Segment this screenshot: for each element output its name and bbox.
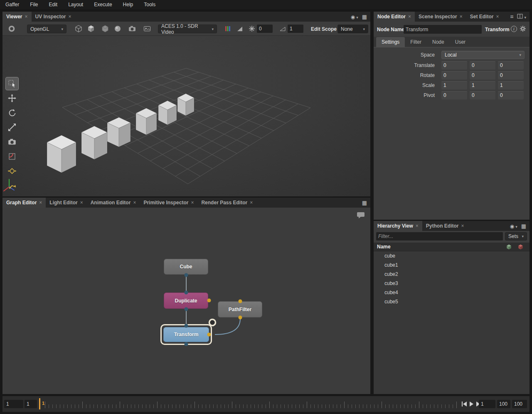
menu-file[interactable]: File xyxy=(25,0,43,9)
camera-icon[interactable] xyxy=(127,24,137,34)
skip-to-start-icon[interactable] xyxy=(462,401,467,408)
image-icon[interactable] xyxy=(142,24,152,34)
layout-menu-icon[interactable] xyxy=(362,14,367,20)
scale-y-field[interactable] xyxy=(470,81,495,89)
close-icon[interactable] xyxy=(496,14,499,20)
menu-layout[interactable]: Layout xyxy=(63,0,89,9)
close-icon[interactable] xyxy=(461,223,464,229)
bookmarks-icon[interactable] xyxy=(510,13,513,20)
wireframe-cube-icon[interactable] xyxy=(74,24,84,34)
translate-y-field[interactable] xyxy=(470,61,495,69)
layout-menu-icon[interactable] xyxy=(362,200,367,206)
play-icon[interactable] xyxy=(469,401,474,408)
edit-scope-dropdown[interactable]: None xyxy=(337,25,368,33)
menu-help[interactable]: Help xyxy=(118,0,139,9)
rotate-tool[interactable] xyxy=(6,107,18,119)
renderer-dropdown[interactable]: OpenGL xyxy=(27,25,66,33)
viewport-3d[interactable] xyxy=(2,36,370,196)
subtab-filter[interactable]: Filter xyxy=(405,37,427,47)
pan-icon[interactable] xyxy=(7,24,17,34)
end-frame-field[interactable] xyxy=(512,400,527,408)
pivot-y-field[interactable] xyxy=(470,91,495,99)
annotation-icon[interactable] xyxy=(357,212,365,221)
menu-edit[interactable]: Edit xyxy=(43,0,63,9)
close-icon[interactable] xyxy=(460,14,463,20)
pivot-z-field[interactable] xyxy=(498,91,524,99)
rotate-x-field[interactable] xyxy=(441,71,467,79)
subtab-user[interactable]: User xyxy=(450,37,471,47)
clipping-icon[interactable] xyxy=(247,24,257,34)
name-column-header[interactable]: Name xyxy=(374,244,391,250)
tab-node-editor[interactable]: Node Editor xyxy=(374,12,415,22)
crop-window-tool[interactable] xyxy=(6,150,18,163)
camera-tool[interactable] xyxy=(6,136,18,148)
close-icon[interactable] xyxy=(191,200,194,206)
tab-viewer[interactable]: Viewer xyxy=(2,12,32,22)
list-item-cube1[interactable]: cube1 xyxy=(374,260,530,270)
tab-hierarchy-view[interactable]: Hierarchy View xyxy=(374,221,422,231)
menu-gaffer[interactable]: Gaffer xyxy=(0,0,25,9)
close-icon[interactable] xyxy=(133,200,136,206)
tab-uv-inspector[interactable]: UV Inspector xyxy=(32,12,75,22)
expansion-cube-icon[interactable] xyxy=(100,24,110,34)
close-icon[interactable] xyxy=(408,14,411,20)
close-icon[interactable] xyxy=(80,200,83,206)
subtab-settings[interactable]: Settings xyxy=(376,37,405,47)
display-transform-dropdown[interactable]: ACES 1.0 - SDR Video xyxy=(158,25,217,33)
subtab-node[interactable]: Node xyxy=(427,37,450,47)
sets-dropdown[interactable]: Sets xyxy=(505,232,527,240)
list-item-cube4[interactable]: cube4 xyxy=(374,288,530,297)
layout-menu-icon[interactable] xyxy=(521,223,526,229)
tab-set-editor[interactable]: Set Editor xyxy=(466,12,503,22)
list-item-cube[interactable]: cube xyxy=(374,251,530,260)
node-graph-canvas[interactable]: Cube Duplicate PathFilter Transform xyxy=(2,208,370,394)
exclusions-set-icon[interactable] xyxy=(517,244,524,252)
gamma-field[interactable] xyxy=(288,25,303,33)
menu-tools[interactable]: Tools xyxy=(138,0,161,9)
translate-x-field[interactable] xyxy=(441,61,467,69)
node-name-field[interactable] xyxy=(404,25,482,34)
gamma-icon[interactable] xyxy=(278,24,288,34)
scale-tool[interactable] xyxy=(6,121,18,134)
tab-primitive-inspector[interactable]: Primitive Inspector xyxy=(140,198,197,208)
menu-execute[interactable]: Execute xyxy=(89,0,117,9)
close-icon[interactable] xyxy=(25,14,27,20)
node-cube[interactable]: Cube xyxy=(164,259,208,275)
frame-step-field[interactable] xyxy=(25,400,37,408)
close-icon[interactable] xyxy=(416,223,419,229)
close-icon[interactable] xyxy=(250,200,253,206)
playhead[interactable] xyxy=(39,398,40,409)
shaded-cube-icon[interactable] xyxy=(86,24,96,34)
node-duplicate[interactable]: Duplicate xyxy=(164,293,208,309)
translate-tool[interactable] xyxy=(6,92,18,104)
close-icon[interactable] xyxy=(39,200,42,206)
inclusions-set-icon[interactable] xyxy=(506,244,512,252)
list-item-cube3[interactable]: cube3 xyxy=(374,279,530,288)
scale-x-field[interactable] xyxy=(441,81,467,89)
panel-split-icon[interactable] xyxy=(517,14,526,20)
frame-field[interactable] xyxy=(479,400,495,408)
light-tool[interactable] xyxy=(6,165,18,177)
tab-light-editor[interactable]: Light Editor xyxy=(46,198,86,208)
info-icon[interactable] xyxy=(511,26,517,32)
select-tool[interactable] xyxy=(6,77,18,90)
editor-focus-icon[interactable] xyxy=(351,14,358,20)
histogram-icon[interactable] xyxy=(235,24,245,34)
close-icon[interactable] xyxy=(69,14,71,20)
tab-graph-editor[interactable]: Graph Editor xyxy=(2,198,46,208)
exposure-field[interactable] xyxy=(257,25,273,33)
space-dropdown[interactable]: Local xyxy=(441,51,525,59)
tab-render-pass-editor[interactable]: Render Pass Editor xyxy=(197,198,256,208)
list-item-cube2[interactable]: cube2 xyxy=(374,270,530,279)
pivot-x-field[interactable] xyxy=(441,91,467,99)
tab-animation-editor[interactable]: Animation Editor xyxy=(87,198,140,208)
node-pathfilter[interactable]: PathFilter xyxy=(218,301,262,317)
tab-python-editor[interactable]: Python Editor xyxy=(422,221,468,231)
rotate-z-field[interactable] xyxy=(498,71,524,79)
gear-icon[interactable] xyxy=(520,25,526,34)
current-frame-field[interactable] xyxy=(4,400,23,408)
light-position-tool[interactable] xyxy=(6,179,18,192)
hierarchy-filter-input[interactable] xyxy=(376,232,503,240)
range-end-field[interactable] xyxy=(497,400,510,408)
scale-z-field[interactable] xyxy=(498,81,524,89)
